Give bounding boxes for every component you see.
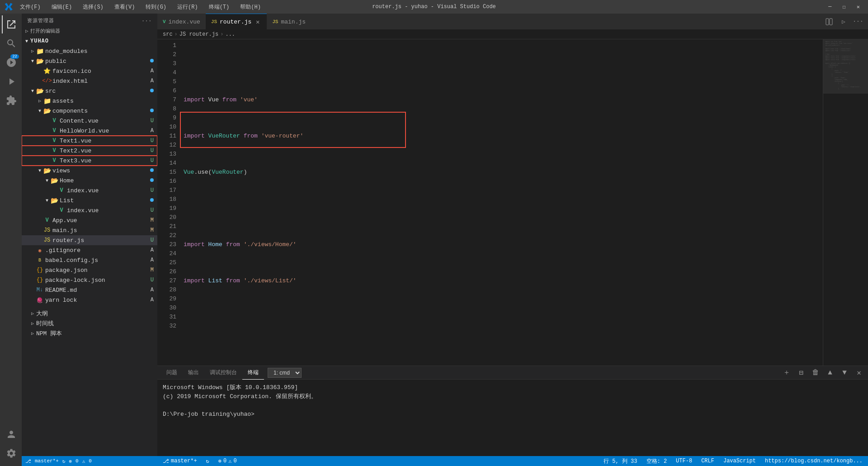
tree-item-yarn-lock[interactable]: 🧶 yarn lock A [22,295,157,305]
folder-arrow-icon: ▷ [36,97,43,105]
tree-item-babel-config[interactable]: B babel.config.js A [22,255,157,265]
tree-item-large-outline[interactable]: ▷ 大纲 [22,309,157,319]
tree-item-package-json[interactable]: {} package.json M [22,265,157,275]
line-ending-status[interactable]: CRLF [699,458,716,464]
tree-item-app-vue[interactable]: V App.vue M [22,215,157,225]
tab-label: index.vue [169,19,200,25]
tree-item-timeline[interactable]: ▷ 时间线 [22,319,157,328]
menu-run[interactable]: 运行(R) [175,2,200,12]
terminal-add-icon[interactable]: ＋ [781,367,792,378]
tab-index-vue[interactable]: V index.vue [157,14,206,29]
menu-help[interactable]: 帮助(H) [238,2,263,12]
tree-item-assets[interactable]: ▷ 📁 assets [22,96,157,106]
tree-item-main-js[interactable]: JS main.js M [22,225,157,235]
terminal-chevron-up-icon[interactable]: ▲ [825,367,835,378]
more-actions-icon[interactable]: ··· [852,15,864,28]
tree-item-components[interactable]: ▼ 📂 components [22,106,157,116]
tree-item-home-index[interactable]: V index.vue U [22,185,157,195]
tree-item-router-js[interactable]: JS router.js U [22,235,157,245]
code-editor[interactable]: 12345678 910111213141516 171819202122232… [157,39,868,366]
git-activity-icon[interactable]: 22 [2,53,20,71]
menu-edit[interactable]: 编辑(E) [50,2,74,12]
folder-icon: 📁 [36,48,43,55]
code-line-1: import Vue from 'vue' [184,95,823,105]
tree-item-views[interactable]: ▼ 📂 views [22,166,157,176]
terminal-tab-output[interactable]: 输出 [183,366,204,380]
breadcrumb-sep1: › [175,31,178,38]
open-editors-section[interactable]: ▷ 打开的编辑器 [22,26,157,36]
minimap-slider[interactable] [823,39,868,94]
terminal-content[interactable]: Microsoft Windows [版本 10.0.18363.959] (c… [157,380,868,456]
tree-item-gitignore[interactable]: ◉ .gitignore A [22,245,157,255]
tree-item-home-folder[interactable]: ▼ 📂 Home [22,176,157,185]
tree-item-readme[interactable]: M↓ README.md A [22,285,157,295]
indentation-status[interactable]: 空格: 2 [645,457,669,465]
extensions-activity-icon[interactable] [2,91,20,109]
tab-router-js[interactable]: JS router.js ✕ [206,14,267,29]
error-status[interactable]: ⊗ 0 ⚠ 0 [217,458,239,465]
breadcrumb-file[interactable]: JS router.js [179,31,218,38]
sidebar-more-icon[interactable]: ··· [142,18,152,24]
terminal-split-icon[interactable]: ⊟ [796,367,807,378]
breadcrumb-src[interactable]: src [163,31,173,38]
tree-item-content-vue[interactable]: V Content.vue U [22,116,157,126]
tree-item-helloworld-vue[interactable]: V HelloWorld.vue A [22,126,157,136]
tree-badge [150,177,157,184]
encoding-status[interactable]: UTF-8 [674,458,694,464]
menu-terminal[interactable]: 终端(T) [207,2,231,12]
run-code-icon[interactable]: ▷ [837,15,850,28]
folder-arrow-icon: ▼ [29,87,36,95]
tree-item-list-folder[interactable]: ▼ 📂 List [22,195,157,205]
tree-item-package-lock[interactable]: {} package-lock.json U [22,275,157,285]
menu-view[interactable]: 查看(V) [113,2,137,12]
tree-item-src[interactable]: ▼ 📂 src [22,86,157,96]
terminal-instance-dropdown[interactable]: 1: cmd [268,368,302,378]
sync-status[interactable]: ↻ [204,458,211,465]
terminal-close-icon[interactable]: ✕ [854,367,864,378]
debug-activity-icon[interactable] [2,72,20,90]
language-status[interactable]: JavaScript [722,458,758,464]
error-status-icon: ⊗ [218,458,222,465]
breadcrumb-more[interactable]: ... [225,31,235,38]
terminal-tab-problems[interactable]: 问题 [161,366,183,380]
minimize-button[interactable]: ─ [825,3,835,11]
settings-activity-icon[interactable] [2,444,20,462]
folder-arrow-icon: ▼ [36,107,43,114]
tree-badge: A [151,68,157,74]
feedback-link[interactable]: https://blog.csdn.net/kongb... [763,458,864,464]
tab-close-button[interactable]: ✕ [254,18,261,25]
tree-item-public[interactable]: ▼ 📂 public [22,56,157,66]
menu-go[interactable]: 转到(G) [144,2,168,12]
tree-item-npm-scripts[interactable]: ▷ NPM 脚本 [22,328,157,338]
search-activity-icon[interactable] [2,34,20,52]
code-content[interactable]: import Vue from 'vue' import VueRouter f… [180,39,823,366]
tree-item-favicon[interactable]: ⭐ favicon.ico A [22,66,157,76]
explorer-activity-icon[interactable] [2,15,20,33]
line-ending-label: CRLF [701,458,714,464]
tree-item-node_modules[interactable]: ▷ 📁 node_modules [22,46,157,56]
menu-selection[interactable]: 选择(S) [81,2,105,12]
terminal-tab-debug[interactable]: 调试控制台 [204,366,242,380]
tree-label: index.vue [67,207,151,214]
tree-item-text2-vue[interactable]: V Text2.vue U [22,146,157,156]
account-activity-icon[interactable] [2,425,20,443]
project-section[interactable]: ▼ YUHAO [22,36,157,46]
menu-file[interactable]: 文件(F) [18,2,42,12]
warning-count: 0 [89,458,92,464]
tree-item-text1-vue[interactable]: V Text1.vue U [22,136,157,146]
tree-item-text3-vue[interactable]: V Text3.vue U [22,156,157,166]
md-icon: M↓ [36,286,43,294]
terminal-chevron-down-icon[interactable]: ▼ [839,367,850,378]
terminal-trash-icon[interactable]: 🗑 [810,367,821,378]
sidebar-header-actions[interactable]: ··· [142,18,152,24]
split-editor-icon[interactable] [823,15,835,28]
git-branch-status[interactable]: ⎇ master*+ [161,458,199,465]
tree-item-index-html[interactable]: </> index.html A [22,76,157,86]
close-button[interactable]: ✕ [853,3,863,11]
terminal-tab-terminal[interactable]: 终端 [242,366,264,380]
cursor-position-status[interactable]: 行 5, 列 33 [602,457,639,465]
terminal-tabs: 问题 输出 调试控制台 终端 1: cmd ＋ ⊟ 🗑 ▲ ▼ ✕ [157,366,868,380]
maximize-button[interactable]: ☐ [839,3,849,11]
tree-item-list-index[interactable]: V index.vue U [22,205,157,215]
tab-main-js[interactable]: JS main.js [267,14,311,29]
